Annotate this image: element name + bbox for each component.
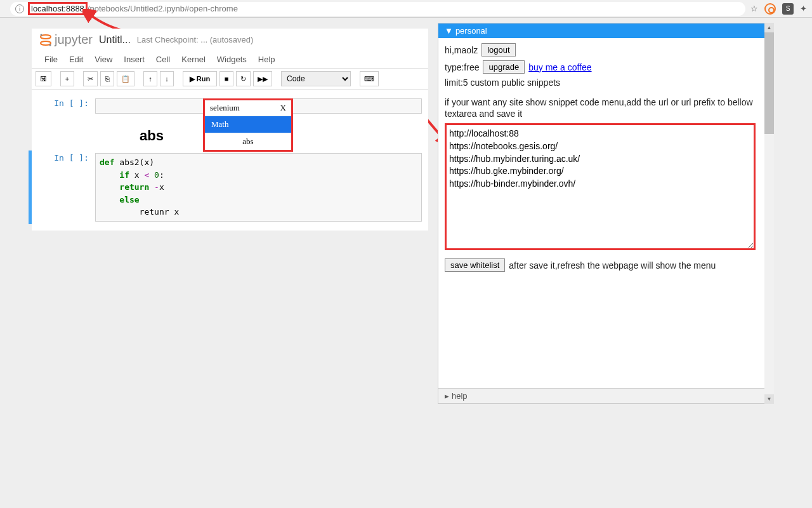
upgrade-button[interactable]: upgrade — [483, 60, 525, 74]
bookmark-star-icon[interactable]: ☆ — [750, 4, 758, 13]
jupyter-logo-text: jupyter — [55, 32, 93, 47]
whitelist-textarea[interactable] — [445, 123, 756, 250]
prompt-in: In [ ]: — [44, 98, 95, 114]
stop-button[interactable]: ■ — [219, 71, 233, 86]
run-button[interactable]: ▶ Run — [183, 71, 217, 86]
svg-point-2 — [41, 34, 43, 36]
command-palette-button[interactable]: ⌨ — [360, 71, 379, 86]
checkpoint-text: Last Checkpoint: ... (autosaved) — [137, 35, 254, 44]
add-cell-button[interactable]: + — [60, 71, 74, 86]
menu-help[interactable]: Help — [258, 55, 275, 64]
coffee-link[interactable]: buy me a coffee — [528, 62, 591, 72]
save-whitelist-button[interactable]: save whitelist — [445, 258, 505, 272]
extension-s-icon[interactable]: S — [782, 3, 794, 15]
move-up-button[interactable]: ↑ — [143, 71, 157, 86]
limit-text: limit:5 custom public snippets — [445, 77, 560, 88]
toolbar: 🖫 + ✂ ⎘ 📋 ↑ ↓ ▶ Run ■ ↻ ▶▶ Code ⌨ — [32, 69, 428, 90]
svg-point-1 — [41, 41, 51, 45]
footer-label: help — [452, 391, 468, 401]
whitelist-note: if your want any site show snippet code … — [445, 97, 767, 119]
menu-view[interactable]: View — [95, 55, 112, 64]
panel-header-personal[interactable]: ▼ personal — [438, 23, 773, 38]
panel-body: hi,maolz logout type:free upgrade buy me… — [438, 38, 773, 281]
browser-actions: ☆ S ✦ — [750, 3, 807, 15]
menu-file[interactable]: File — [44, 55, 58, 64]
scroll-down-icon[interactable]: ▼ — [764, 394, 774, 404]
menu-kernel[interactable]: Kernel — [181, 55, 206, 64]
panel-title: personal — [455, 26, 487, 36]
jupyter-logo[interactable]: jupyter — [39, 32, 93, 47]
snippet-item-math[interactable]: Math — [205, 116, 291, 133]
panel-footer-help[interactable]: ▸ help — [438, 388, 773, 403]
copy-button[interactable]: ⎘ — [100, 71, 114, 86]
scroll-up-icon[interactable]: ▲ — [764, 23, 774, 32]
after-save-text: after save it,refresh the webpage will s… — [509, 260, 716, 271]
code-block[interactable]: def abs2(x) if x < 0: return -x else ret… — [95, 153, 422, 222]
draggable-header[interactable]: selenium X — [205, 100, 291, 116]
extension-orange-icon[interactable] — [764, 3, 776, 15]
menu-bar: File Edit View Insert Cell Kernel Widget… — [32, 51, 428, 69]
prompt-in: In [ ]: — [44, 153, 95, 222]
scrollbar[interactable]: ▲ ▼ — [764, 23, 774, 404]
draggable-snippet-menu[interactable]: selenium X Math abs — [203, 98, 293, 152]
extension-panel: ▼ personal hi,maolz logout type:free upg… — [438, 23, 774, 404]
move-down-button[interactable]: ↓ — [160, 71, 174, 86]
restart-button[interactable]: ↻ — [236, 71, 251, 86]
url-highlighted: localhost:8888 — [28, 2, 88, 15]
info-icon[interactable]: i — [15, 4, 24, 13]
menu-widgets[interactable]: Widgets — [217, 55, 247, 64]
type-label: type:free — [445, 62, 479, 72]
jupyter-header: jupyter Untitl... Last Checkpoint: ... (… — [32, 29, 428, 51]
save-button[interactable]: 🖫 — [36, 71, 51, 86]
chevron-right-icon: ▸ — [445, 391, 449, 401]
svg-point-0 — [41, 35, 51, 39]
paste-button[interactable]: 📋 — [117, 71, 134, 86]
menu-edit[interactable]: Edit — [69, 55, 83, 64]
notebook-name[interactable]: Untitl... — [99, 34, 131, 46]
snippet-title: selenium — [210, 103, 240, 113]
chevron-down-icon: ▼ — [445, 26, 453, 36]
menu-cell[interactable]: Cell — [156, 55, 170, 64]
extensions-puzzle-icon[interactable]: ✦ — [800, 4, 807, 13]
fast-forward-button[interactable]: ▶▶ — [253, 71, 272, 86]
scroll-thumb[interactable] — [764, 32, 774, 134]
greeting: hi,maolz — [445, 45, 478, 55]
close-icon[interactable]: X — [280, 103, 286, 113]
input-cell-code[interactable]: In [ ]: def abs2(x) if x < 0: return -x … — [29, 150, 428, 224]
cell-type-select[interactable]: Code — [281, 71, 351, 86]
snippet-item-abs[interactable]: abs — [205, 133, 291, 150]
svg-point-3 — [49, 44, 51, 46]
menu-insert[interactable]: Insert — [124, 55, 145, 64]
cut-button[interactable]: ✂ — [83, 71, 98, 86]
logout-button[interactable]: logout — [481, 43, 515, 57]
